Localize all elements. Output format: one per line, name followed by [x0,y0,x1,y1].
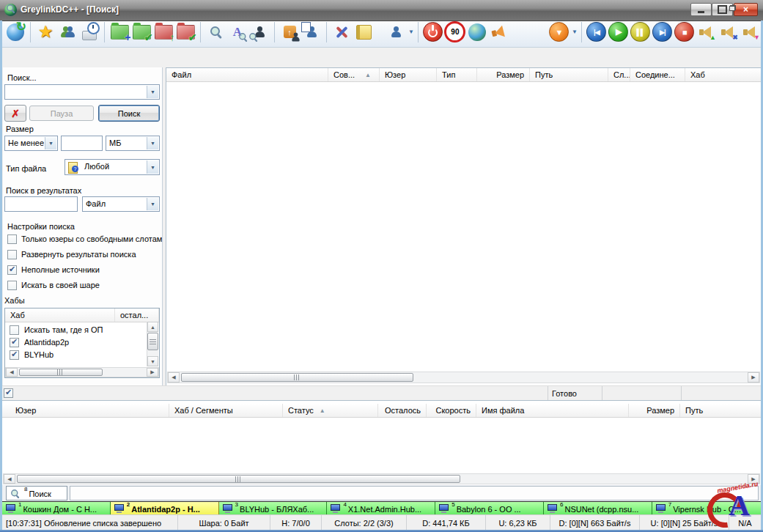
transfers-hscrollbar[interactable]: ◀ ▶ [3,473,760,484]
download-media-icon[interactable]: ▼ [548,21,570,44]
filter-input[interactable] [4,196,78,212]
expand-results-checkbox[interactable] [7,250,17,259]
notepad-icon[interactable] [353,21,375,44]
column-type[interactable]: Тип [437,68,477,81]
media-play-icon[interactable]: ▶ [608,21,630,44]
media-volume-icon[interactable]: ▼ [740,21,762,44]
column-file[interactable]: Файл [166,68,328,81]
column-t-timeleft[interactable]: Осталось [378,404,427,417]
column-t-size[interactable]: Размер [629,404,680,417]
hub-tab-vipernsk[interactable]: 7Vipernsk Hub - C... [652,502,761,515]
results-scroll-right-arrow[interactable]: ▶ [748,372,759,383]
transfers-scroll-right-arrow[interactable]: ▶ [748,474,759,484]
only-free-slots-checkbox[interactable] [7,234,17,244]
hub-column-header[interactable]: Хаб [5,309,115,322]
media-prev-icon[interactable]: |◀ [586,21,608,44]
column-t-filename[interactable]: Имя файла [476,404,629,417]
hubs-scroll-down-arrow[interactable]: ▼ [147,356,158,366]
hubs-scroll-up-arrow[interactable]: ▲ [147,322,158,332]
download-queue-icon[interactable]: + [108,21,130,44]
transfers-hscroll-thumb[interactable] [17,475,460,483]
favorite-hubs-icon[interactable]: ★ [34,21,56,44]
finished-uploads-icon[interactable]: ✔ [174,21,196,44]
column-user[interactable]: Юзер [380,68,437,81]
hubs-scroll-left-arrow[interactable]: ◀ [6,368,18,377]
hub-tab-blyhub[interactable]: 3BLYHub - БЛЯХаб... [219,502,328,515]
own-filelist-icon[interactable] [301,21,322,44]
media-next-icon[interactable]: ▶| [652,21,674,44]
partial-sources-checkbox[interactable] [7,265,17,275]
column-t-status[interactable]: Статус▲ [283,404,378,417]
title-bar[interactable]: GreylinkDC++ - [Поиск] × [0,0,763,21]
media-pause-icon[interactable]: ▌▌ [630,21,652,44]
transfers-scroll-left-arrow[interactable]: ◀ [4,474,15,484]
hubs-vscroll-thumb[interactable] [147,333,158,350]
search-icon[interactable] [204,21,226,44]
file-type-dropdown[interactable]: ▼ [147,160,158,174]
search-own-share-checkbox[interactable] [7,281,17,290]
adl-search-icon[interactable]: A [226,21,248,44]
hub-atlantida-checkbox[interactable] [10,338,19,347]
left-column-header[interactable]: остал... [115,309,159,322]
tab-search[interactable]: 8Поиск [6,486,67,500]
column-t-hub-segments[interactable]: Хаб / Сегменты [169,404,283,417]
results-hscroll-thumb[interactable] [181,373,413,382]
column-t-user[interactable]: Юзер [2,404,169,417]
search-spy-icon[interactable] [248,21,270,44]
size-unit-dropdown[interactable]: ▼ [147,137,158,149]
column-connection[interactable]: Соедине... [630,68,685,81]
media-spectrum-icon[interactable]: ✖ [718,21,740,44]
clear-search-button[interactable]: ✗ [4,105,26,122]
pause-button[interactable]: Пауза [29,106,94,121]
auto-search-checkbox[interactable] [4,388,13,398]
column-hub[interactable]: Хаб [685,68,761,81]
hubs-hscroll-thumb[interactable] [19,369,103,376]
hub-tab-babylon[interactable]: 5Babylon 6 - ОО ... [435,502,544,515]
hub-tab-atlantida[interactable]: 2Atlantidap2p - Н... [111,502,219,515]
minimize-button[interactable] [690,3,712,16]
away-dropdown-caret[interactable]: ▼ [408,29,414,35]
hub-op-checkbox[interactable] [10,325,19,335]
column-t-path[interactable]: Путь [680,404,761,417]
reconnect-icon[interactable]: ↻ [4,21,26,44]
shutdown-icon[interactable] [422,21,444,44]
speed-limiter-icon[interactable]: 90 [444,21,466,44]
filter-column-dropdown[interactable]: ▼ [147,198,158,210]
media-spam-icon[interactable]: ▲ [696,21,718,44]
announce-horn-icon[interactable] [488,21,510,44]
hub-tab-nsunet[interactable]: 6NSUNet (dcpp.nsu... [544,502,652,515]
column-hits[interactable]: Сов...▲ [328,68,380,81]
download-dropdown-caret[interactable]: ▼ [572,29,578,35]
away-mode-icon[interactable] [385,21,407,44]
column-size[interactable]: Размер [477,68,530,81]
hub-tab-koshkin[interactable]: 1Кошкин Дом - С Н... [2,502,111,515]
finished-downloads-icon[interactable]: ✔ [130,21,152,44]
hub-tab-x1net[interactable]: 4X1.Net.Admin.Hub... [327,502,435,515]
size-mode-combobox[interactable]: Не менее ▼ [4,136,58,151]
waiting-users-icon[interactable]: ↑ [152,21,174,44]
size-unit-combobox[interactable]: МБ ▼ [106,136,160,151]
results-hscrollbar[interactable]: ◀ ▶ [167,372,760,383]
search-combobox[interactable]: ▼ [4,84,160,100]
column-t-speed[interactable]: Скорость [427,404,476,417]
filter-column-combobox[interactable]: Файл ▼ [82,196,160,212]
open-filelist-icon[interactable]: ↑ [279,21,301,44]
search-button[interactable]: Поиск [98,105,160,122]
hubs-vscrollbar[interactable]: ▲ ▼ [147,322,158,366]
hubs-hscrollbar[interactable]: ◀ ▶ [5,367,159,377]
favorite-users-icon[interactable] [56,21,78,44]
column-slots[interactable]: Сл... [608,68,630,81]
size-mode-dropdown[interactable]: ▼ [45,137,56,149]
hubs-scroll-right-arrow[interactable]: ▶ [147,368,158,377]
results-scroll-left-arrow[interactable]: ◀ [168,372,180,383]
internet-icon[interactable] [466,21,488,44]
file-type-combobox[interactable]: ? Любой ▼ [64,159,160,175]
close-button[interactable]: × [734,3,758,16]
column-path[interactable]: Путь [530,68,608,81]
hub-blyhub-checkbox[interactable] [10,350,19,360]
media-stop-icon[interactable]: ■ [674,21,696,44]
recent-hubs-icon[interactable] [78,21,100,44]
size-value-input[interactable] [61,136,103,151]
settings-icon[interactable] [331,21,353,44]
search-combobox-dropdown[interactable]: ▼ [147,86,158,98]
